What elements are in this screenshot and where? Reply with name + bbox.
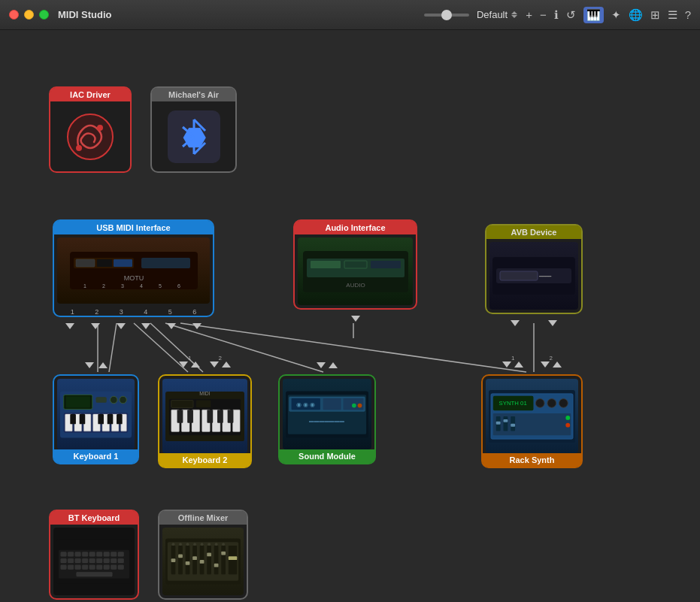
svg-text:━━━━: ━━━━ — [538, 274, 552, 279]
sound-module-device[interactable]: ◉ ◉ ◉ ▬▬▬▬▬▬▬ Sound Module — [278, 374, 376, 464]
rs-port1-label: 1 — [511, 355, 514, 362]
svg-text:4: 4 — [140, 283, 143, 289]
svg-point-158 — [201, 543, 204, 546]
usb-midi-device[interactable]: USB MIDI Interface MOTU 1 2 3 4 5 6 1 — [53, 219, 214, 317]
keyboard1-device[interactable]: Keyboard 1 — [53, 374, 139, 464]
svg-rect-132 — [118, 565, 124, 570]
rs-arrow2 — [514, 362, 523, 368]
bt-keyboard-label: BT Keyboard — [50, 511, 138, 525]
avb-arrow2 — [548, 320, 557, 326]
kb2-port2-label: 2 — [219, 355, 222, 362]
svg-rect-111 — [96, 552, 102, 557]
rack-synth-device[interactable]: 1 2 SYNTH 01 — [481, 374, 583, 468]
bt-keyboard-device[interactable]: BT Keyboard — [49, 510, 139, 600]
svg-point-157 — [193, 543, 196, 546]
offline-mixer-label: Offline Mixer — [159, 511, 247, 525]
info-icon[interactable]: ℹ — [554, 8, 559, 22]
svg-point-86 — [352, 403, 356, 407]
michaels-air-label: Michael's Air — [152, 88, 235, 101]
svg-rect-75 — [196, 400, 211, 407]
svg-point-103 — [565, 422, 570, 427]
svg-rect-20 — [76, 259, 95, 267]
svg-rect-23 — [141, 258, 190, 268]
svg-rect-115 — [61, 558, 67, 563]
traffic-lights — [9, 10, 49, 20]
rs-port2-label: 2 — [550, 355, 553, 362]
svg-line-1 — [109, 323, 117, 372]
close-button[interactable] — [9, 10, 19, 20]
midi-icon[interactable]: 🎹 — [583, 7, 604, 23]
svg-rect-119 — [89, 558, 95, 563]
svg-rect-137 — [171, 558, 176, 562]
zoom-slider[interactable] — [424, 14, 469, 17]
bluetooth-icon[interactable]: ✦ — [611, 8, 621, 22]
rs-arrow3 — [541, 362, 550, 368]
svg-point-10 — [97, 125, 103, 131]
svg-rect-128 — [89, 565, 95, 570]
svg-point-160 — [215, 543, 218, 546]
offline-mixer-device[interactable]: Offline Mixer — [158, 510, 248, 600]
svg-rect-151 — [221, 552, 226, 555]
svg-rect-118 — [82, 558, 88, 563]
iac-driver-icon — [50, 101, 130, 171]
config-selector[interactable]: Default — [477, 9, 518, 20]
svg-rect-121 — [104, 558, 110, 563]
svg-text:MOTU: MOTU — [123, 274, 144, 282]
sync-icon[interactable]: ↺ — [566, 8, 576, 22]
michaels-air-icon: ⬣ — [152, 101, 235, 171]
add-button[interactable]: + — [526, 8, 532, 21]
usb-port5-arrow — [167, 323, 176, 329]
network-icon[interactable]: 🌐 — [629, 8, 643, 22]
svg-rect-68 — [232, 410, 240, 431]
svg-rect-97 — [496, 421, 501, 424]
toolbar: Default + − ℹ ↺ 🎹 ✦ 🌐 ⊞ ☰ ? — [424, 7, 691, 23]
svg-point-161 — [222, 543, 225, 546]
svg-rect-110 — [89, 552, 95, 557]
remove-button[interactable]: − — [540, 8, 547, 21]
iac-driver-device[interactable]: IAC Driver — [49, 86, 132, 173]
svg-rect-34 — [344, 261, 367, 268]
svg-text:▬▬▬▬▬▬▬: ▬▬▬▬▬▬▬ — [309, 417, 344, 422]
titlebar: MIDI Studio Default + − ℹ ↺ 🎹 ✦ 🌐 ⊞ ☰ ? — [0, 0, 700, 30]
michaels-air-device[interactable]: Michael's Air ⬣ — [150, 86, 237, 173]
svg-rect-140 — [186, 546, 190, 574]
svg-rect-112 — [104, 552, 110, 557]
svg-rect-22 — [114, 259, 132, 267]
svg-rect-98 — [503, 416, 508, 431]
svg-rect-144 — [200, 546, 205, 574]
svg-text:MIDI: MIDI — [199, 391, 210, 396]
svg-text:AUDIO: AUDIO — [346, 282, 365, 289]
minimize-button[interactable] — [24, 10, 34, 20]
svg-rect-146 — [207, 546, 211, 574]
avb-device-label: AVB Device — [486, 225, 581, 239]
svg-rect-70 — [187, 410, 193, 423]
list-icon[interactable]: ☰ — [668, 8, 677, 22]
svg-rect-123 — [118, 558, 124, 563]
svg-rect-106 — [61, 552, 67, 557]
offline-mixer-icon — [162, 528, 244, 595]
svg-rect-139 — [178, 554, 183, 558]
rack-synth-icon: SYNTH 01 — [486, 379, 578, 453]
audio-interface-icon: AUDIO — [298, 237, 413, 305]
svg-rect-107 — [68, 552, 74, 557]
avb-device-device[interactable]: AVB Device ━━━━ — [485, 224, 583, 314]
avb-device-icon: ━━━━ — [489, 242, 578, 310]
usb-port1-arrow — [65, 323, 74, 329]
usb-port3-arrow — [117, 323, 126, 329]
port-1-label: 1 — [71, 308, 74, 316]
svg-rect-149 — [214, 564, 219, 567]
svg-rect-71 — [207, 410, 213, 423]
audio-interface-device[interactable]: Audio Interface AUDIO — [293, 219, 417, 310]
grid-icon[interactable]: ⊞ — [650, 8, 660, 22]
keyboard2-device[interactable]: 1 2 — [158, 374, 252, 468]
svg-text:5: 5 — [159, 283, 162, 289]
usb-midi-icon: MOTU 1 2 3 4 5 6 — [57, 237, 210, 304]
maximize-button[interactable] — [39, 10, 49, 20]
svg-rect-125 — [68, 565, 74, 570]
svg-rect-108 — [75, 552, 81, 557]
help-icon[interactable]: ? — [685, 8, 691, 21]
app-title: MIDI Studio — [58, 9, 112, 20]
svg-rect-21 — [97, 259, 112, 267]
svg-rect-116 — [68, 558, 74, 563]
svg-rect-56 — [66, 396, 90, 407]
